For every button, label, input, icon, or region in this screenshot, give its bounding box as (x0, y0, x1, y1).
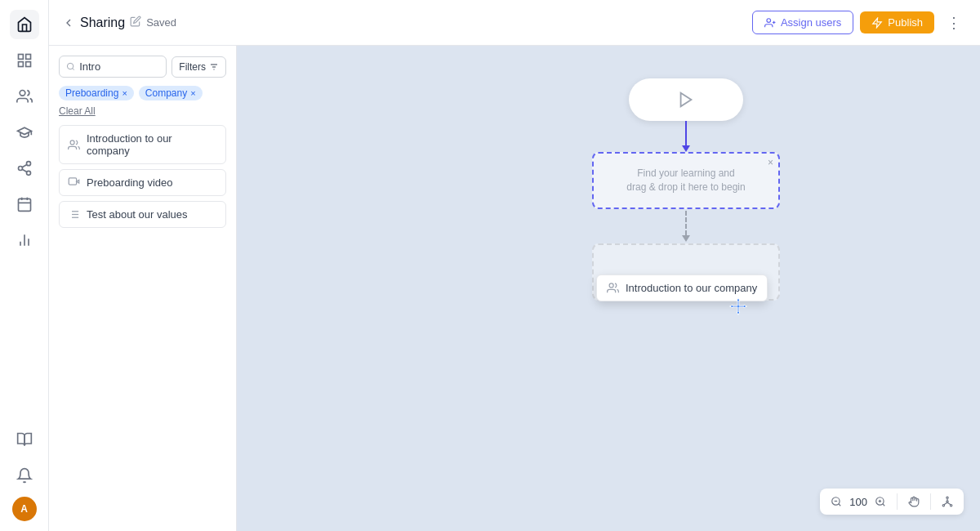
topbar-right: Assign users Publish ⋮ (752, 10, 967, 36)
sidebar-icon-calendar[interactable] (10, 190, 39, 219)
svg-rect-3 (25, 62, 30, 67)
dragging-item-label: Introduction to our company (626, 282, 757, 294)
svg-rect-10 (18, 199, 30, 211)
sidebar: A (0, 0, 49, 531)
video-icon (68, 176, 80, 189)
sidebar-icon-bell[interactable] (10, 461, 39, 490)
more-options-button[interactable]: ⋮ (941, 10, 967, 36)
svg-point-36 (609, 283, 613, 288)
svg-line-49 (944, 502, 947, 505)
move-cursor-icon (727, 295, 750, 318)
zoom-controls: 100 (820, 489, 964, 515)
sidebar-icon-news[interactable] (10, 425, 39, 454)
svg-point-6 (18, 167, 22, 171)
content-body: Filters Preboarding × Company × Clear Al… (49, 46, 980, 531)
sidebar-icon-share[interactable] (10, 154, 39, 183)
drop-zone-text: Find your learning anddrag & drop it her… (626, 167, 745, 194)
svg-point-4 (20, 91, 25, 96)
svg-point-44 (947, 501, 948, 502)
edit-icon[interactable] (130, 16, 141, 29)
svg-line-50 (947, 502, 951, 505)
tags-row: Preboarding × Company × Clear All (59, 86, 226, 117)
assign-users-button[interactable]: Assign users (752, 11, 853, 34)
search-box[interactable] (59, 56, 167, 78)
drag-cursor-icon (727, 295, 750, 322)
svg-marker-35 (681, 93, 692, 107)
svg-point-26 (70, 140, 74, 144)
svg-rect-2 (18, 62, 23, 67)
svg-line-22 (73, 69, 74, 70)
svg-line-38 (839, 504, 841, 506)
page-title: Sharing (80, 16, 125, 30)
start-node (629, 78, 743, 121)
sidebar-icon-chart[interactable] (10, 225, 39, 255)
topbar-left: Sharing Saved (62, 16, 746, 30)
list-items: Introduction to our company Preboarding … (59, 125, 226, 228)
clear-all-button[interactable]: Clear All (59, 105, 96, 117)
pan-button[interactable] (904, 492, 924, 511)
topbar: Sharing Saved Assign users Publish ⋮ (49, 0, 980, 46)
list-item[interactable]: Test about our values (59, 201, 226, 228)
zoom-in-button[interactable] (871, 492, 890, 511)
filter-icon (209, 62, 219, 72)
list-item[interactable]: Introduction to our company (59, 125, 226, 164)
svg-point-45 (947, 497, 948, 498)
svg-rect-1 (25, 55, 30, 60)
svg-point-17 (767, 18, 771, 22)
flow-container: × Find your learning anddrag & drop it h… (592, 78, 780, 301)
svg-line-8 (22, 169, 27, 172)
tag-company[interactable]: Company × (139, 86, 203, 100)
drop-zone[interactable]: × Find your learning anddrag & drop it h… (592, 152, 780, 209)
list-item[interactable]: Preboarding video (59, 169, 226, 196)
sidebar-icon-home[interactable] (10, 10, 39, 39)
main-area: Sharing Saved Assign users Publish ⋮ (49, 0, 980, 531)
avatar[interactable]: A (12, 497, 37, 521)
tag-preboarding-close[interactable]: × (122, 88, 127, 98)
canvas-area[interactable]: × Find your learning anddrag & drop it h… (237, 46, 980, 531)
search-icon (66, 61, 75, 72)
tag-company-close[interactable]: × (190, 88, 195, 98)
drop-zone-close[interactable]: × (768, 157, 773, 168)
svg-rect-0 (18, 55, 23, 60)
dragging-item-icon (607, 282, 619, 294)
search-filter-row: Filters (59, 56, 226, 78)
back-button[interactable] (62, 16, 75, 29)
filter-button[interactable]: Filters (172, 56, 226, 78)
svg-marker-20 (873, 18, 882, 28)
svg-rect-27 (69, 178, 76, 185)
users-icon (68, 139, 80, 151)
test-icon (68, 208, 80, 221)
layout-button[interactable] (938, 492, 957, 511)
saved-status: Saved (146, 16, 176, 29)
svg-point-7 (26, 171, 30, 175)
zoom-out-button[interactable] (826, 492, 846, 511)
publish-button[interactable]: Publish (860, 11, 934, 33)
left-panel: Filters Preboarding × Company × Clear Al… (49, 46, 237, 531)
svg-line-9 (22, 164, 27, 167)
sidebar-icon-graduation[interactable] (10, 118, 39, 147)
zoom-divider-2 (930, 493, 931, 510)
tag-preboarding[interactable]: Preboarding × (59, 86, 134, 100)
svg-line-41 (883, 504, 885, 506)
sidebar-icon-users[interactable] (10, 82, 39, 111)
sidebar-icon-grid[interactable] (10, 46, 39, 75)
play-icon (677, 91, 695, 109)
sidebar-bottom: A (10, 425, 39, 521)
zoom-level: 100 (849, 496, 867, 508)
zoom-divider (897, 493, 898, 510)
svg-point-5 (26, 162, 30, 166)
svg-point-21 (67, 63, 73, 69)
search-input[interactable] (79, 60, 159, 73)
